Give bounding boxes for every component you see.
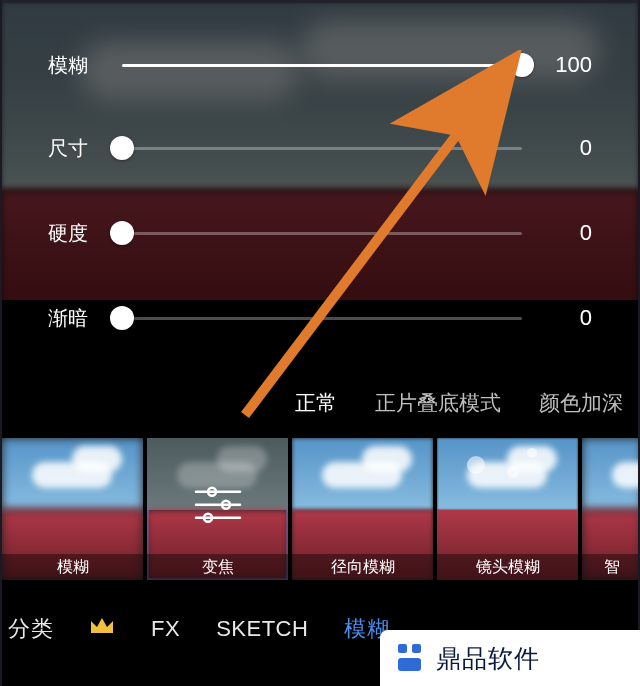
- slider-track[interactable]: [122, 128, 522, 168]
- slider-thumb[interactable]: [510, 53, 534, 77]
- effect-thumb-1[interactable]: 变焦: [147, 438, 288, 580]
- slider-1[interactable]: 尺寸0: [48, 128, 592, 168]
- frame-border: [0, 0, 2, 686]
- slider-track[interactable]: [122, 213, 522, 253]
- slider-3[interactable]: 渐暗0: [48, 298, 592, 338]
- watermark: 鼎品软件: [380, 630, 640, 686]
- slider-label: 硬度: [48, 220, 110, 247]
- effect-thumb-2[interactable]: 径向模糊: [292, 438, 433, 580]
- slider-track[interactable]: [122, 298, 522, 338]
- effect-thumbnails: 模糊变焦径向模糊镜头模糊智: [0, 438, 640, 580]
- slider-0[interactable]: 模糊100: [48, 45, 592, 85]
- effect-label: 径向模糊: [292, 554, 433, 580]
- bottom-tab-2[interactable]: FX: [151, 616, 180, 642]
- slider-value: 0: [534, 305, 592, 331]
- slider-label: 模糊: [48, 52, 110, 79]
- slider-track[interactable]: [122, 45, 522, 85]
- slider-thumb[interactable]: [110, 221, 134, 245]
- blend-mode-0[interactable]: 正常: [295, 389, 337, 417]
- effect-thumb-3[interactable]: 镜头模糊: [437, 438, 578, 580]
- bottom-tab-3[interactable]: SKETCH: [216, 616, 308, 642]
- slider-label: 尺寸: [48, 135, 110, 162]
- frame-border: [0, 0, 640, 3]
- slider-thumb[interactable]: [110, 136, 134, 160]
- watermark-text: 鼎品软件: [436, 642, 540, 675]
- slider-value: 0: [534, 135, 592, 161]
- slider-value: 0: [534, 220, 592, 246]
- svg-rect-8: [412, 644, 421, 653]
- effect-thumb-4[interactable]: 智: [582, 438, 640, 580]
- effect-label: 模糊: [2, 554, 143, 580]
- svg-rect-9: [398, 658, 421, 671]
- adjust-panel: 模糊100尺寸0硬度0渐暗0: [0, 0, 640, 360]
- watermark-logo-icon: [392, 640, 428, 676]
- blend-mode-tabs: 正常正片叠底模式颜色加深: [0, 380, 640, 426]
- svg-rect-7: [398, 644, 407, 653]
- slider-value: 100: [534, 52, 592, 78]
- bottom-tab-0[interactable]: 分类: [8, 614, 53, 644]
- effect-label: 镜头模糊: [437, 554, 578, 580]
- slider-2[interactable]: 硬度0: [48, 213, 592, 253]
- effect-label: 变焦: [147, 554, 288, 580]
- crown-icon[interactable]: [89, 615, 115, 643]
- blend-mode-1[interactable]: 正片叠底模式: [375, 389, 501, 417]
- effect-thumb-0[interactable]: 模糊: [2, 438, 143, 580]
- blend-mode-2[interactable]: 颜色加深: [539, 389, 623, 417]
- slider-label: 渐暗: [48, 305, 110, 332]
- effect-label: 智: [582, 554, 640, 580]
- sliders-icon: [192, 484, 244, 526]
- slider-thumb[interactable]: [110, 306, 134, 330]
